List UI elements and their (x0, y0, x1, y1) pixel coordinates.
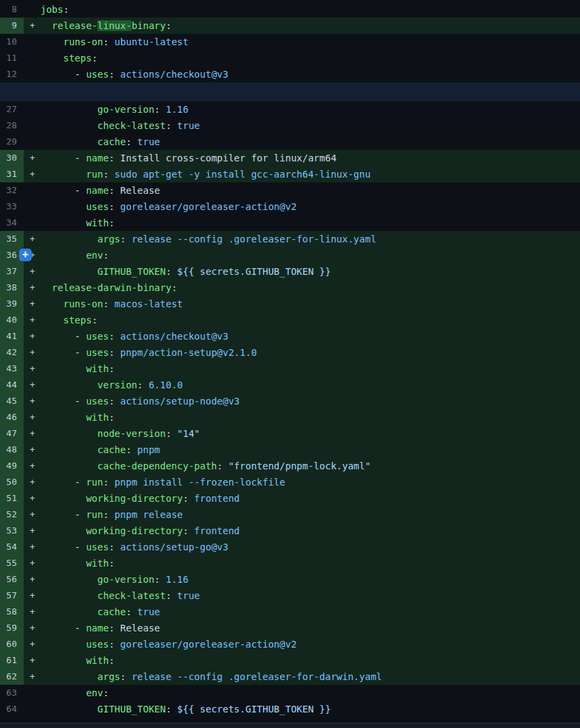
token-key: uses (86, 331, 109, 342)
line-number-45[interactable]: 45 (0, 393, 24, 409)
token-key: steps (63, 53, 92, 63)
line-number-47[interactable]: 47 (0, 425, 24, 442)
diff-marker: + (24, 555, 41, 571)
token-plain: : (109, 185, 120, 196)
token-plain: Release (120, 185, 160, 196)
code-text: cache: true (41, 134, 580, 150)
line-number-42[interactable]: 42 (0, 344, 24, 361)
diff-line-11: 11 steps: (0, 50, 580, 66)
line-number-64[interactable]: 64 (0, 701, 24, 717)
line-number-40[interactable]: 40 (0, 312, 24, 328)
diff-marker: + (24, 506, 41, 523)
line-number-31[interactable]: 31 (0, 166, 24, 182)
line-number-38[interactable]: 38 (0, 280, 24, 296)
line-number-59[interactable]: 59 (0, 620, 24, 636)
token-value: macos-latest (115, 298, 183, 309)
code-text: with: (41, 555, 580, 571)
token-plain (41, 428, 97, 439)
token-key: args (97, 234, 120, 244)
line-number-49[interactable]: 49 (0, 458, 24, 474)
code-text: check-latest: true (41, 118, 580, 134)
token-plain: : (109, 639, 120, 650)
add-comment-button[interactable]: + (19, 249, 32, 261)
token-key: cache (97, 606, 126, 617)
token-key: run (86, 169, 103, 180)
line-number-63[interactable]: 63 (0, 685, 24, 701)
diff-line-51: 51+ working-directory: frontend (0, 490, 580, 506)
line-number-28[interactable]: 28 (0, 118, 24, 134)
line-number-12[interactable]: 12 (0, 66, 24, 82)
token-string: ${{ secrets.GITHUB_TOKEN }} (177, 704, 331, 714)
token-plain: - (41, 396, 86, 407)
line-number-29[interactable]: 29 (0, 134, 24, 150)
token-string: "14" (177, 428, 200, 439)
line-number-52[interactable]: 52 (0, 506, 24, 523)
diff-marker: + (24, 409, 41, 425)
token-key: GITHUB_TOKEN (97, 266, 165, 277)
token-key: args (97, 671, 120, 682)
token-plain: - (41, 477, 86, 488)
line-number-39[interactable]: 39 (0, 296, 24, 312)
token-plain: : (126, 444, 137, 455)
diff-line-46: 46+ with: (0, 409, 580, 425)
token-plain: : (103, 169, 115, 180)
token-value: pnpm install --frozen-lockfile (115, 477, 286, 488)
token-key: with (86, 363, 109, 374)
token-plain: : (109, 542, 120, 552)
line-number-11[interactable]: 11 (0, 50, 24, 66)
line-number-53[interactable]: 53 (0, 523, 24, 539)
line-number-35[interactable]: 35 (0, 231, 24, 247)
token-plain: : (172, 282, 177, 293)
diff-line-27: 27 go-version: 1.16 (0, 101, 580, 118)
line-number-27[interactable]: 27 (0, 101, 24, 118)
token-plain: : (137, 380, 149, 390)
diff-marker (24, 199, 41, 215)
token-plain: : (109, 331, 120, 342)
token-plain: : (120, 671, 132, 682)
token-plain (41, 606, 97, 617)
line-number-32[interactable]: 32 (0, 182, 24, 199)
line-number-55[interactable]: 55 (0, 555, 24, 571)
line-number-10[interactable]: 10 (0, 34, 24, 50)
code-text: version: 6.10.0 (41, 377, 580, 393)
line-number-50[interactable]: 50 (0, 474, 24, 490)
code-text: - uses: actions/checkout@v3 (41, 66, 580, 82)
line-number-58[interactable]: 58 (0, 604, 24, 620)
word-diff-highlight: linux- (97, 20, 132, 31)
line-number-48[interactable]: 48 (0, 442, 24, 458)
token-plain: : (103, 477, 115, 488)
token-plain (41, 639, 86, 650)
hunk-expander[interactable] (0, 82, 580, 101)
line-number-61[interactable]: 61 (0, 652, 24, 669)
line-number-30[interactable]: 30 (0, 150, 24, 166)
code-text: - name: Install cross-compiler for linux… (41, 150, 580, 166)
code-text: - uses: pnpm/action-setup@v2.1.0 (41, 344, 580, 361)
token-plain: : (63, 4, 69, 15)
line-number-33[interactable]: 33 (0, 199, 24, 215)
token-key: uses (86, 69, 109, 80)
line-number-43[interactable]: 43 (0, 361, 24, 377)
line-number-37[interactable]: 37 (0, 263, 24, 280)
token-plain: - (41, 347, 86, 358)
token-key: check-latest (97, 120, 165, 131)
line-number-51[interactable]: 51 (0, 490, 24, 506)
line-number-9[interactable]: 9 (0, 18, 24, 34)
diff-marker: + (24, 636, 41, 652)
line-number-57[interactable]: 57 (0, 588, 24, 604)
line-number-41[interactable]: 41 (0, 328, 24, 344)
diff-marker: + (24, 393, 41, 409)
token-value: true (137, 606, 160, 617)
line-number-56[interactable]: 56 (0, 571, 24, 588)
diff-marker (24, 701, 41, 717)
token-plain (41, 234, 97, 244)
token-plain: : (165, 266, 177, 277)
line-number-34[interactable]: 34 (0, 215, 24, 231)
line-number-46[interactable]: 46 (0, 409, 24, 425)
line-number-62[interactable]: 62 (0, 669, 24, 685)
diff-line-35: 35+ args: release --config .goreleaser-f… (0, 231, 580, 247)
line-number-60[interactable]: 60 (0, 636, 24, 652)
line-number-54[interactable]: 54 (0, 539, 24, 555)
line-number-8[interactable]: 8 (0, 1, 24, 18)
token-plain (41, 298, 63, 309)
line-number-44[interactable]: 44 (0, 377, 24, 393)
